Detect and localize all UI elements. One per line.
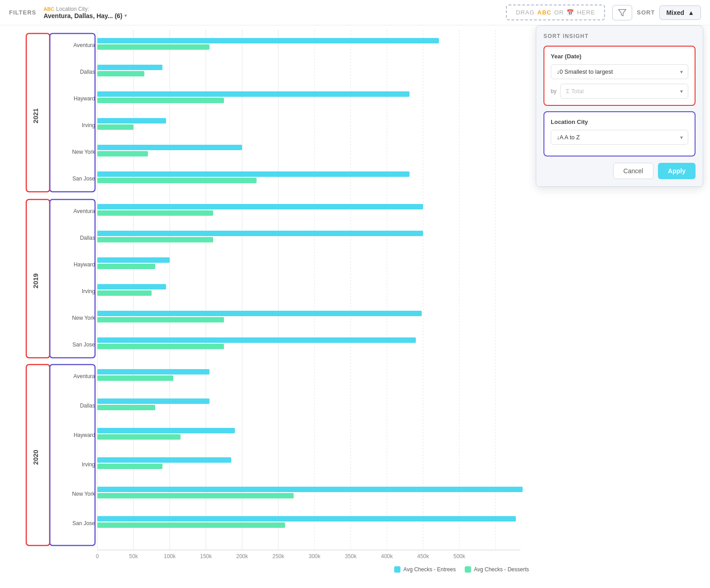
svg-rect-57 (97, 237, 213, 242)
cancel-button[interactable]: Cancel (613, 163, 654, 179)
sort-value: Mixed (666, 9, 684, 16)
svg-text:350k: 350k (345, 553, 357, 560)
drag-cal-icon: 📅 (567, 9, 574, 16)
svg-rect-62 (97, 311, 422, 316)
drag-here: HERE (577, 9, 595, 16)
svg-rect-33 (97, 38, 439, 43)
svg-rect-39 (97, 118, 166, 123)
svg-text:Dallas: Dallas (80, 235, 95, 241)
svg-rect-84 (97, 493, 294, 498)
svg-rect-66 (50, 199, 95, 358)
svg-rect-55 (97, 210, 213, 216)
top-bar: FILTERS ABC Location City: Aventura, Dal… (0, 0, 710, 25)
legend-cyan: Avg Checks - Entrees (394, 566, 456, 573)
svg-rect-81 (97, 457, 231, 463)
year-sort-section: Year (Date) ↓0 Smallest to largest Large… (543, 46, 696, 106)
sort-popup-title: SORT INSIGHT (543, 33, 696, 39)
svg-rect-42 (97, 151, 148, 156)
location-sort-select[interactable]: ↓A A to Z Z to A (551, 130, 688, 145)
popup-actions: Cancel Apply (543, 163, 696, 179)
svg-rect-36 (97, 71, 144, 76)
svg-text:300k: 300k (309, 553, 321, 560)
drag-zone[interactable]: DRAG ABC OR 📅 HERE (506, 5, 605, 20)
legend-cyan-dot (394, 566, 400, 573)
svg-rect-45 (50, 33, 95, 192)
svg-rect-56 (97, 231, 423, 236)
by-select-wrapper: Σ Total ▾ (560, 84, 688, 99)
svg-text:150k: 150k (200, 553, 212, 560)
by-field-select[interactable]: Σ Total (560, 84, 688, 99)
legend-green: Avg Checks - Desserts (465, 566, 529, 573)
svg-text:Aventura: Aventura (73, 373, 95, 379)
svg-text:San Jose: San Jose (72, 520, 95, 526)
svg-text:New York: New York (72, 149, 95, 155)
svg-text:New York: New York (72, 315, 95, 321)
svg-rect-60 (97, 284, 166, 289)
svg-rect-41 (97, 145, 242, 150)
svg-text:200k: 200k (236, 553, 248, 560)
svg-rect-54 (97, 204, 423, 209)
year-date-label: Year (Date) (551, 53, 688, 60)
svg-rect-40 (97, 124, 133, 130)
sort-label: SORT (637, 9, 655, 16)
svg-rect-37 (97, 91, 410, 97)
svg-text:2019: 2019 (32, 273, 39, 288)
svg-text:Irving: Irving (82, 122, 95, 128)
svg-text:2021: 2021 (32, 108, 39, 123)
drag-or: OR (554, 9, 564, 16)
svg-text:100k: 100k (164, 553, 176, 560)
filter-value: Aventura, Dallas, Hay... (6) (43, 12, 122, 19)
svg-rect-77 (97, 398, 210, 404)
svg-rect-79 (97, 428, 235, 433)
svg-rect-80 (97, 434, 181, 440)
svg-text:500k: 500k (453, 553, 466, 560)
sort-popup: SORT INSIGHT Year (Date) ↓0 Smallest to … (536, 25, 703, 187)
location-city-label: Location City (551, 119, 688, 125)
filter-field-label: Location City: (56, 6, 89, 12)
abc-badge: ABC (43, 6, 54, 12)
svg-rect-87 (50, 365, 95, 545)
svg-rect-76 (97, 375, 173, 381)
svg-text:2020: 2020 (32, 450, 39, 465)
legend-cyan-label: Avg Checks - Entrees (403, 566, 456, 573)
filter-chevron-icon: ▾ (124, 13, 127, 18)
svg-rect-58 (97, 257, 170, 263)
by-row: by Σ Total ▾ (551, 84, 688, 99)
legend-green-label: Avg Checks - Desserts (474, 566, 529, 573)
drag-abc: ABC (538, 9, 552, 16)
sort-chevron-icon: ▲ (688, 9, 694, 16)
filter-icon-button[interactable] (612, 5, 632, 20)
svg-rect-38 (97, 98, 224, 103)
svg-text:Aventura: Aventura (73, 42, 95, 48)
apply-button[interactable]: Apply (658, 163, 696, 179)
svg-rect-43 (97, 171, 410, 177)
svg-text:Dallas: Dallas (80, 403, 95, 409)
sort-order-select[interactable]: ↓0 Smallest to largest Largest to smalle… (551, 64, 688, 79)
svg-text:250k: 250k (272, 553, 285, 560)
drag-label: DRAG (516, 9, 535, 16)
svg-text:Irving: Irving (82, 288, 95, 294)
svg-text:50k: 50k (129, 553, 138, 560)
svg-text:450k: 450k (417, 553, 429, 560)
legend-green-dot (465, 566, 471, 573)
svg-rect-44 (97, 178, 257, 183)
svg-marker-0 (619, 9, 626, 16)
svg-rect-83 (97, 487, 523, 492)
filters-label: FILTERS (9, 9, 36, 16)
svg-text:New York: New York (72, 491, 95, 497)
chart-legend: Avg Checks - Entrees Avg Checks - Desser… (394, 566, 529, 573)
svg-text:San Jose: San Jose (72, 175, 95, 182)
svg-rect-61 (97, 290, 152, 296)
filter-chip[interactable]: ABC Location City: Aventura, Dallas, Hay… (43, 6, 126, 19)
svg-text:Hayward: Hayward (74, 95, 95, 102)
svg-rect-82 (97, 464, 162, 469)
svg-rect-65 (97, 344, 224, 349)
sort-order-select-wrapper: ↓0 Smallest to largest Largest to smalle… (551, 64, 688, 79)
svg-text:Hayward: Hayward (74, 261, 95, 268)
svg-rect-86 (97, 522, 285, 528)
sort-button[interactable]: Mixed ▲ (659, 5, 701, 20)
svg-rect-85 (97, 516, 516, 522)
sort-section: SORT Mixed ▲ (612, 5, 701, 20)
svg-text:Dallas: Dallas (80, 69, 95, 75)
svg-text:Aventura: Aventura (73, 208, 95, 214)
